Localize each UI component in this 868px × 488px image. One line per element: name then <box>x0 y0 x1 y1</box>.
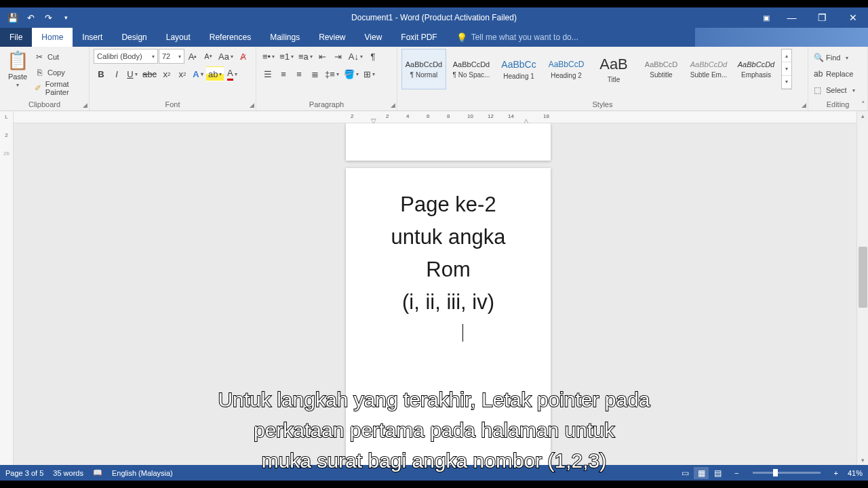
tab-file[interactable]: File <box>0 28 32 47</box>
tab-references[interactable]: References <box>200 28 260 47</box>
tab-foxit[interactable]: Foxit PDF <box>391 28 446 47</box>
font-color-button[interactable]: A <box>224 66 239 81</box>
document-area[interactable]: Page ke-2 untuk angka Rom (i, ii, iii, i… <box>14 123 856 465</box>
vertical-scrollbar[interactable]: ▴ ▾ <box>856 111 868 465</box>
styles-scroll[interactable]: ▴▾▾ <box>781 49 792 89</box>
justify-button[interactable]: ≣ <box>307 66 322 81</box>
font-name-combo[interactable]: Calibri (Body)▾ <box>94 49 158 64</box>
zoom-knob[interactable] <box>773 469 778 476</box>
font-size-combo[interactable]: 72▾ <box>159 49 184 64</box>
redo-icon[interactable]: ↷ <box>42 12 54 24</box>
dialog-launcher-icon[interactable]: ◢ <box>391 102 395 108</box>
superscript-button[interactable]: x2 <box>175 66 190 81</box>
select-button[interactable]: ⬚Select▾ <box>812 83 856 98</box>
zoom-slider[interactable] <box>753 472 821 474</box>
minimize-button[interactable]: — <box>776 7 807 28</box>
zoom-level[interactable]: 41% <box>848 469 863 477</box>
undo-icon[interactable]: ↶ <box>24 12 37 24</box>
increase-indent-button[interactable]: ⇥ <box>331 49 346 64</box>
style-heading2[interactable]: AaBbCcDHeading 2 <box>544 49 589 89</box>
style-subtle-em[interactable]: AaBbCcDdSubtle Em... <box>686 49 731 89</box>
style-subtitle[interactable]: AaBbCcDSubtitle <box>639 49 684 89</box>
restore-button[interactable]: ❐ <box>807 7 837 28</box>
status-bar: Page 3 of 5 35 words 📖 English (Malaysia… <box>0 465 868 481</box>
align-left-button[interactable]: ☰ <box>260 66 275 81</box>
format-painter-button[interactable]: ✐Format Painter <box>34 81 85 95</box>
brush-icon: ✐ <box>34 83 43 93</box>
ribbon-display-options-icon[interactable]: ▣ <box>756 7 776 28</box>
align-center-button[interactable]: ≡ <box>276 66 291 81</box>
tab-layout[interactable]: Layout <box>157 28 200 47</box>
quick-access-toolbar: 💾 ↶ ↷ ▾ <box>0 12 72 24</box>
shading-button[interactable]: 🪣 <box>342 66 361 81</box>
read-mode-icon[interactable]: ▭ <box>677 467 692 479</box>
collapse-ribbon-icon[interactable]: ˄ <box>861 100 865 109</box>
print-layout-icon[interactable]: ▦ <box>694 467 709 479</box>
ribbon-tabs: File Home Insert Design Layout Reference… <box>0 28 868 47</box>
style-heading1[interactable]: AaBbCcHeading 1 <box>496 49 541 89</box>
find-icon: 🔍 <box>814 53 823 62</box>
line-spacing-button[interactable]: ‡≡ <box>323 66 341 81</box>
subscript-button[interactable]: x2 <box>159 66 174 81</box>
tab-home[interactable]: Home <box>32 28 73 47</box>
paste-icon: 📋 <box>7 50 28 71</box>
underline-button[interactable]: U <box>125 66 140 81</box>
page-indicator[interactable]: Page 3 of 5 <box>5 469 43 477</box>
cut-button[interactable]: ✂Cut <box>34 50 85 64</box>
horizontal-ruler[interactable]: 2 ▽ 2 4 6 8 10 12 14 △ 18 <box>14 111 856 123</box>
web-layout-icon[interactable]: ▤ <box>710 467 725 479</box>
workspace: L226 2 ▽ 2 4 6 8 10 12 14 △ 18 <box>0 111 868 465</box>
tab-mailings[interactable]: Mailings <box>260 28 309 47</box>
strikethrough-button[interactable]: abc <box>140 66 159 81</box>
save-icon[interactable]: 💾 <box>7 12 19 24</box>
document-text[interactable]: Page ke-2 untuk angka Rom (i, ii, iii, i… <box>358 188 538 351</box>
multilevel-button[interactable]: ≡a <box>296 49 315 64</box>
borders-button[interactable]: ⊞ <box>361 66 377 81</box>
zoom-in-button[interactable]: + <box>834 469 838 477</box>
tell-me-search[interactable]: 💡 Tell me what you want to do... <box>447 28 578 47</box>
bullets-button[interactable]: ≡• <box>260 49 277 64</box>
signin-area[interactable] <box>695 28 868 47</box>
language-indicator[interactable]: English (Malaysia) <box>112 469 173 477</box>
zoom-out-button[interactable]: − <box>734 469 738 477</box>
change-case-button[interactable]: Aa <box>216 49 235 64</box>
word-count[interactable]: 35 words <box>53 469 83 477</box>
clear-format-button[interactable]: A̷ <box>236 49 251 64</box>
tab-review[interactable]: Review <box>309 28 355 47</box>
customize-qat-icon[interactable]: ▾ <box>60 12 72 24</box>
numbering-button[interactable]: ≡1 <box>277 49 296 64</box>
bold-button[interactable]: B <box>94 66 108 81</box>
dialog-launcher-icon[interactable]: ◢ <box>802 102 806 108</box>
style-normal[interactable]: AaBbCcDd¶ Normal <box>401 49 446 89</box>
tab-design[interactable]: Design <box>112 28 156 47</box>
vertical-ruler[interactable]: L226 <box>0 111 14 465</box>
italic-button[interactable]: I <box>109 66 124 81</box>
align-right-button[interactable]: ≡ <box>292 66 307 81</box>
style-emphasis[interactable]: AaBbCcDdEmphasis <box>734 49 778 89</box>
dialog-launcher-icon[interactable]: ◢ <box>250 102 254 108</box>
paste-button[interactable]: 📋 Paste ▾ <box>4 49 31 89</box>
shrink-font-button[interactable]: A▾ <box>201 49 216 64</box>
highlight-button[interactable]: ab <box>206 66 224 81</box>
styles-gallery[interactable]: AaBbCcDd¶ Normal AaBbCcDd¶ No Spac... Aa… <box>401 49 804 100</box>
word-app: 💾 ↶ ↷ ▾ Document1 - Word (Product Activa… <box>0 7 868 481</box>
sort-button[interactable]: A↓ <box>347 49 365 64</box>
spellcheck-icon[interactable]: 📖 <box>93 468 102 477</box>
dialog-launcher-icon[interactable]: ◢ <box>83 102 87 108</box>
find-button[interactable]: 🔍Find▾ <box>812 50 856 65</box>
page-current[interactable]: Page ke-2 untuk angka Rom (i, ii, iii, i… <box>346 168 551 465</box>
text-effects-button[interactable]: A <box>191 66 205 81</box>
decrease-indent-button[interactable]: ⇤ <box>315 49 330 64</box>
scrollbar-thumb[interactable] <box>859 247 867 308</box>
tab-view[interactable]: View <box>355 28 392 47</box>
style-nospacing[interactable]: AaBbCcDd¶ No Spac... <box>449 49 494 89</box>
copy-button[interactable]: ⎘Copy <box>34 66 85 79</box>
show-marks-button[interactable]: ¶ <box>366 49 380 64</box>
tab-insert[interactable]: Insert <box>73 28 112 47</box>
replace-button[interactable]: abReplace <box>812 66 856 81</box>
close-button[interactable]: ✕ <box>837 7 868 28</box>
grow-font-button[interactable]: A▴ <box>185 49 200 64</box>
style-title[interactable]: AaBTitle <box>591 49 636 89</box>
tell-me-placeholder: Tell me what you want to do... <box>471 33 578 42</box>
page-previous-bottom[interactable] <box>346 123 551 161</box>
